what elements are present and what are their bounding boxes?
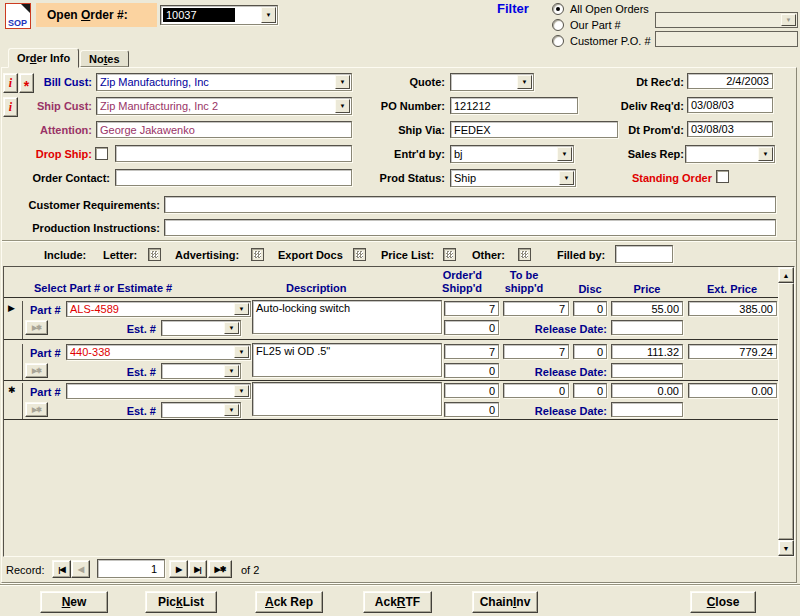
- shipped-qty-field[interactable]: 0: [444, 402, 499, 417]
- disc-field[interactable]: 0: [573, 301, 607, 316]
- part-number-dropdown-button[interactable]: ▼: [234, 385, 249, 397]
- ack-rtf-button[interactable]: Ack RTF: [363, 591, 432, 613]
- dt-promd-input[interactable]: 03/08/03: [687, 121, 773, 137]
- ship-cust-combo[interactable]: Zip Manufacturing, Inc 2 ▼: [96, 97, 352, 115]
- include-other-checkbox[interactable]: [518, 248, 531, 261]
- grid-scrollbar[interactable]: ▲ ▼: [778, 267, 794, 556]
- open-order-dropdown-button[interactable]: ▼: [261, 7, 276, 23]
- release-date-field[interactable]: [611, 320, 683, 335]
- tobe-shipped-field[interactable]: 0: [503, 383, 569, 398]
- ordered-qty-field[interactable]: 7: [444, 301, 499, 316]
- next-record-icon: ▶: [176, 565, 181, 574]
- scrollbar-down-button[interactable]: ▼: [778, 540, 794, 556]
- bill-cust-combo[interactable]: Zip Manufacturing, Inc ▼: [96, 73, 352, 91]
- dt-recd-input[interactable]: 2/4/2003: [687, 73, 773, 89]
- est-number-dropdown-button[interactable]: ▼: [224, 365, 239, 377]
- dt-promd-label: Dt Prom'd:: [580, 124, 684, 136]
- ext-price-value: 385.00: [739, 303, 773, 315]
- production-instructions-input[interactable]: [164, 219, 776, 236]
- disc-field[interactable]: 0: [573, 344, 607, 359]
- deliv-reqd-input[interactable]: 03/08/03: [687, 97, 773, 113]
- ext-price-field[interactable]: 385.00: [688, 301, 777, 316]
- tobe-shipped-field[interactable]: 7: [503, 301, 569, 316]
- tab-notes[interactable]: Notes: [80, 50, 129, 67]
- close-button[interactable]: Close: [690, 591, 756, 613]
- include-export-docs-checkbox[interactable]: [353, 248, 366, 261]
- record-selector[interactable]: [4, 344, 23, 380]
- order-contact-input[interactable]: [115, 169, 352, 186]
- ordered-qty-field[interactable]: 7: [444, 344, 499, 359]
- filled-by-input[interactable]: [615, 245, 673, 263]
- standing-order-checkbox[interactable]: [716, 170, 729, 183]
- release-date-field[interactable]: [611, 363, 683, 378]
- part-number-combo[interactable]: ALS-4589 ▼: [66, 301, 251, 317]
- part-number-dropdown-button[interactable]: ▼: [234, 346, 249, 358]
- drop-ship-input[interactable]: [115, 145, 352, 162]
- quote-dropdown-button[interactable]: ▼: [517, 75, 532, 89]
- est-number-dropdown-button[interactable]: ▼: [224, 404, 239, 416]
- goto-part-button[interactable]: ▶✱: [25, 320, 48, 335]
- record-new-button[interactable]: ▶✱: [208, 560, 232, 578]
- sales-rep-dropdown-button[interactable]: ▼: [758, 147, 773, 161]
- ordered-qty-field[interactable]: 0: [444, 383, 499, 398]
- description-field[interactable]: [252, 382, 442, 416]
- record-selector[interactable]: ▶: [4, 301, 23, 339]
- drop-ship-checkbox[interactable]: [95, 147, 108, 160]
- open-order-combo[interactable]: 10037 ▼: [160, 5, 278, 25]
- tobe-shipped-field[interactable]: 7: [503, 344, 569, 359]
- goto-part-button[interactable]: ▶✱: [25, 363, 48, 378]
- price-field[interactable]: 111.32: [611, 344, 683, 359]
- customer-po-input[interactable]: [655, 31, 798, 47]
- record-selector[interactable]: ✱: [4, 383, 23, 419]
- est-number-combo[interactable]: ▼: [161, 320, 241, 336]
- shipped-qty-field[interactable]: 0: [444, 363, 499, 378]
- quote-combo[interactable]: ▼: [450, 73, 534, 91]
- chain-inv-button[interactable]: Chain Inv: [472, 591, 538, 613]
- est-label: Est. #: [96, 405, 156, 417]
- record-first-button[interactable]: |◀: [52, 560, 71, 578]
- est-number-combo[interactable]: ▼: [161, 363, 241, 379]
- disc-field[interactable]: 0: [573, 383, 607, 398]
- filter-radio-customer-po[interactable]: [552, 35, 564, 47]
- include-letter-checkbox[interactable]: [148, 248, 161, 261]
- est-number-combo[interactable]: ▼: [161, 402, 241, 418]
- our-part-dropdown-button[interactable]: ▼: [781, 14, 796, 26]
- part-number-combo[interactable]: ▼: [66, 383, 251, 399]
- release-date-field[interactable]: [611, 402, 683, 417]
- prod-status-combo[interactable]: Ship ▼: [450, 169, 576, 187]
- include-advertising-checkbox[interactable]: [251, 248, 264, 261]
- attention-input[interactable]: George Jakawenko: [96, 121, 352, 138]
- filter-radio-our-part[interactable]: [552, 19, 564, 31]
- scrollbar-thumb[interactable]: [778, 283, 794, 540]
- description-field[interactable]: Auto-locking switch: [252, 300, 442, 334]
- ack-rep-button[interactable]: Ack Rep: [255, 591, 323, 613]
- ext-price-field[interactable]: 779.24: [688, 344, 777, 359]
- price-field[interactable]: 55.00: [611, 301, 683, 316]
- our-part-combo[interactable]: ▼: [655, 12, 798, 28]
- record-last-button[interactable]: ▶|: [188, 560, 207, 578]
- shipped-qty-field[interactable]: 0: [444, 320, 499, 335]
- sales-rep-combo[interactable]: ▼: [685, 145, 775, 163]
- pick-list-button[interactable]: Pick List: [145, 591, 217, 613]
- filled-by-label: Filled by:: [557, 249, 605, 261]
- record-prev-button[interactable]: ◀: [71, 560, 90, 578]
- prod-status-dropdown-button[interactable]: ▼: [559, 171, 574, 185]
- po-number-input[interactable]: 121212: [450, 97, 578, 114]
- price-field[interactable]: 0.00: [611, 383, 683, 398]
- new-button[interactable]: New: [40, 591, 108, 613]
- scrollbar-up-button[interactable]: ▲: [778, 267, 794, 283]
- goto-part-button[interactable]: ▶✱: [25, 402, 48, 417]
- entered-by-dropdown-button[interactable]: ▼: [557, 147, 572, 161]
- est-number-dropdown-button[interactable]: ▼: [224, 322, 239, 334]
- entered-by-combo[interactable]: bj ▼: [450, 145, 574, 163]
- tab-order-info[interactable]: Order Info: [8, 48, 79, 68]
- record-next-button[interactable]: ▶: [169, 560, 188, 578]
- customer-requirements-input[interactable]: [164, 196, 776, 213]
- ext-price-field[interactable]: 0.00: [688, 383, 777, 398]
- description-field[interactable]: FL25 wi OD .5": [252, 343, 442, 377]
- part-number-combo[interactable]: 440-338 ▼: [66, 344, 251, 360]
- filter-radio-all-open-orders[interactable]: [552, 3, 564, 15]
- record-number-input[interactable]: 1: [97, 559, 165, 578]
- part-number-dropdown-button[interactable]: ▼: [234, 303, 249, 315]
- include-price-list-checkbox[interactable]: [443, 248, 456, 261]
